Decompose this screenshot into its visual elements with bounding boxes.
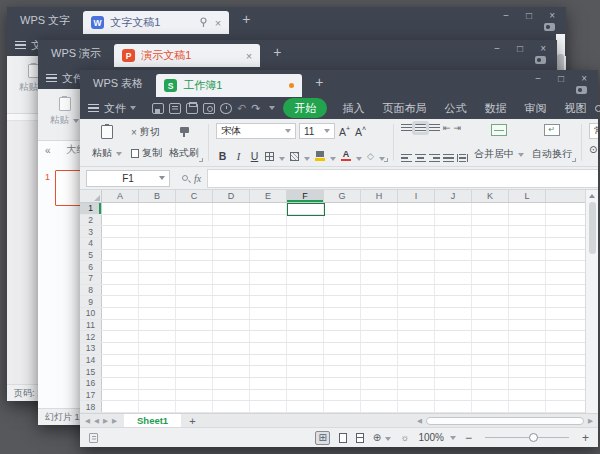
cell-F10[interactable] [287,308,324,319]
zoom-level[interactable]: 100% [418,432,444,443]
row-header-14[interactable]: 14 [80,355,102,366]
cell-B18[interactable] [139,401,176,412]
cell-J2[interactable] [435,215,472,226]
cell-B4[interactable] [139,238,176,249]
cell-L8[interactable] [509,285,546,296]
ribbon-tab-页面布局[interactable]: 页面布局 [382,101,426,116]
paste-button[interactable]: 粘贴 [88,123,126,162]
cell-D5[interactable] [213,250,250,261]
cell-G13[interactable] [324,343,361,354]
cell-L4[interactable] [509,238,546,249]
cell-E3[interactable] [250,226,287,237]
cell-C2[interactable] [176,215,213,226]
cell-D4[interactable] [213,238,250,249]
fill-color-button[interactable] [314,151,337,161]
ribbon-tab-开始[interactable]: 开始 [283,98,327,118]
cell-I10[interactable] [398,308,435,319]
cell-G14[interactable] [324,355,361,366]
cell-B10[interactable] [139,308,176,319]
cell-J7[interactable] [435,273,472,284]
cell-H16[interactable] [361,378,398,389]
cell-K9[interactable] [472,296,509,307]
cell-E12[interactable] [250,331,287,342]
column-header-H[interactable]: H [361,190,398,202]
workspace-icon[interactable] [544,23,555,31]
workspace-icon[interactable] [535,56,546,64]
page-break-view-icon[interactable] [356,433,364,443]
scroll-up-icon[interactable] [589,194,595,198]
new-tab-button[interactable]: + [315,74,323,90]
cell-E14[interactable] [250,355,287,366]
cell-E8[interactable] [250,285,287,296]
cell-E5[interactable] [250,250,287,261]
cell-F7[interactable] [287,273,324,284]
cell-K2[interactable] [472,215,509,226]
cell-I1[interactable] [398,203,435,214]
ribbon-tab-视图[interactable]: 视图 [564,101,586,116]
center-across-icon[interactable] [457,154,468,162]
cell-E16[interactable] [250,378,287,389]
cell-J8[interactable] [435,285,472,296]
cell-A16[interactable] [102,378,139,389]
new-tab-button[interactable]: + [273,44,281,60]
row-header-4[interactable]: 4 [80,238,102,249]
cell-A13[interactable] [102,343,139,354]
cell-L13[interactable] [509,343,546,354]
format-painter-button[interactable]: 格式刷 [167,123,201,162]
row-header-13[interactable]: 13 [80,343,102,354]
insert-function-icon[interactable]: fx [194,173,201,184]
cell-I12[interactable] [398,331,435,342]
sheet-nav-arrow-2[interactable]: ▶ [103,417,108,425]
writer-document-tab[interactable]: W 文字文稿1 × [83,11,229,34]
cell-K16[interactable] [472,378,509,389]
cell-A8[interactable] [102,285,139,296]
maximize-button[interactable]: □ [517,44,523,54]
cell-H9[interactable] [361,296,398,307]
cell-L15[interactable] [509,366,546,377]
cell-G3[interactable] [324,226,361,237]
cell-D2[interactable] [213,215,250,226]
cell-F3[interactable] [287,226,324,237]
cell-I7[interactable] [398,273,435,284]
workspace-icon[interactable] [576,86,587,94]
cell-E18[interactable] [250,401,287,412]
cell-B16[interactable] [139,378,176,389]
cell-F6[interactable] [287,261,324,272]
cell-E6[interactable] [250,261,287,272]
merge-center-button[interactable]: 合并居中 [472,123,526,162]
scrollbar-track[interactable] [426,417,584,425]
dialog-launcher-icon[interactable] [572,158,576,162]
cell-F18[interactable] [287,401,324,412]
cell-H17[interactable] [361,390,398,401]
sheet-nav-arrow-1[interactable]: ◀ [94,417,99,425]
cell-D11[interactable] [213,320,250,331]
cell-H5[interactable] [361,250,398,261]
zoom-slider-knob[interactable] [529,433,538,442]
cell-J3[interactable] [435,226,472,237]
cell-D9[interactable] [213,296,250,307]
cell-E1[interactable] [250,203,287,214]
cell-G17[interactable] [324,390,361,401]
cell-C6[interactable] [176,261,213,272]
cell-F17[interactable] [287,390,324,401]
cell-B9[interactable] [139,296,176,307]
cell-J16[interactable] [435,378,472,389]
cell-J18[interactable] [435,401,472,412]
scroll-right-icon[interactable]: ▶ [588,417,593,425]
customize-quickbar-icon[interactable] [269,106,275,110]
cell-E4[interactable] [250,238,287,249]
column-header-J[interactable]: J [435,190,472,202]
scrollbar-thumb[interactable] [589,202,596,254]
sheet-nav-arrow-3[interactable]: ▶ [112,417,117,425]
cell-D16[interactable] [213,378,250,389]
cell-G2[interactable] [324,215,361,226]
cell-A6[interactable] [102,261,139,272]
cell-H11[interactable] [361,320,398,331]
cell-E7[interactable] [250,273,287,284]
cell-I9[interactable] [398,296,435,307]
number-format-select[interactable]: 常规 [589,123,598,139]
cell-I18[interactable] [398,401,435,412]
cell-H3[interactable] [361,226,398,237]
sheet-tab-Sheet1[interactable]: Sheet1 [124,414,181,427]
italic-button[interactable]: I [232,151,245,162]
